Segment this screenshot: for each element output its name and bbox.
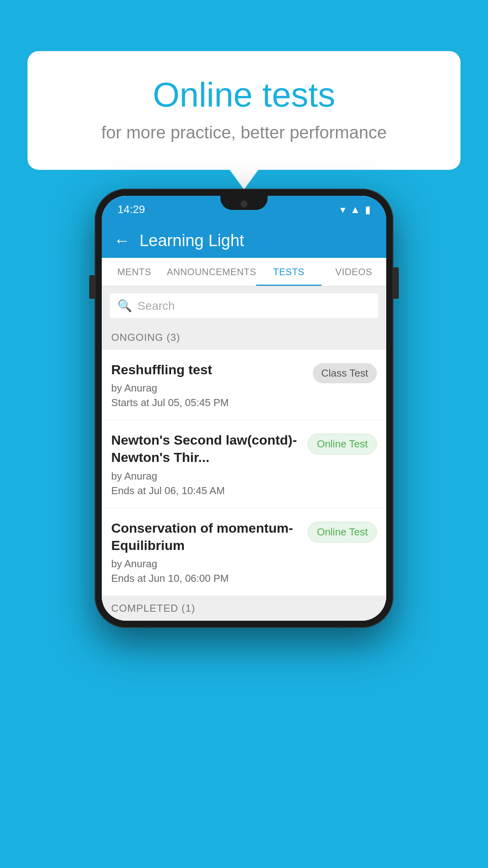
test-list: Reshuffling test by Anurag Starts at Jul… bbox=[102, 350, 386, 596]
ongoing-section-header: ONGOING (3) bbox=[102, 325, 386, 350]
status-bar: 14:29 ▾ ▲ ▮ bbox=[102, 196, 386, 223]
tab-announcements[interactable]: ANNOUNCEMENTS bbox=[167, 258, 256, 286]
tab-tests[interactable]: TESTS bbox=[256, 258, 321, 286]
bubble-subtitle: for more practice, better performance bbox=[59, 123, 429, 142]
speech-bubble-container: Online tests for more practice, better p… bbox=[28, 51, 460, 170]
completed-section-header: COMPLETED (1) bbox=[102, 596, 386, 621]
tab-ments[interactable]: MENTS bbox=[102, 258, 167, 286]
test-info-1: Reshuffling test by Anurag Starts at Jul… bbox=[111, 361, 313, 409]
test-badge-2: Online Test bbox=[308, 434, 377, 454]
test-author-2: by Anurag bbox=[111, 470, 300, 482]
phone-shell: 14:29 ▾ ▲ ▮ ← Learning Light MENTS ANNOU… bbox=[95, 189, 393, 628]
phone-wrapper: 14:29 ▾ ▲ ▮ ← Learning Light MENTS ANNOU… bbox=[95, 189, 393, 628]
app-title: Learning Light bbox=[139, 231, 244, 250]
signal-icon: ▲ bbox=[350, 204, 360, 216]
test-info-3: Conservation of momentum-Equilibrium by … bbox=[111, 519, 308, 585]
back-button[interactable]: ← bbox=[114, 231, 130, 250]
test-name-3: Conservation of momentum-Equilibrium bbox=[111, 519, 300, 554]
search-icon: 🔍 bbox=[117, 299, 132, 313]
test-time-3: Ends at Jun 10, 06:00 PM bbox=[111, 572, 300, 585]
search-placeholder: Search bbox=[138, 299, 175, 313]
status-icons: ▾ ▲ ▮ bbox=[340, 204, 371, 216]
test-name-1: Reshuffling test bbox=[111, 361, 305, 378]
wifi-icon: ▾ bbox=[340, 204, 345, 216]
test-author-3: by Anurag bbox=[111, 558, 300, 570]
tab-videos[interactable]: VIDEOS bbox=[321, 258, 386, 286]
test-badge-1: Class Test bbox=[313, 363, 377, 383]
test-info-2: Newton's Second law(contd)-Newton's Thir… bbox=[111, 431, 308, 497]
search-container: 🔍 Search bbox=[102, 286, 386, 325]
battery-icon: ▮ bbox=[365, 204, 371, 216]
status-time: 14:29 bbox=[117, 203, 145, 216]
app-header: ← Learning Light bbox=[102, 223, 386, 258]
camera-icon bbox=[240, 200, 248, 208]
test-item-2[interactable]: Newton's Second law(contd)-Newton's Thir… bbox=[102, 420, 386, 508]
test-badge-3: Online Test bbox=[308, 522, 377, 542]
phone-notch bbox=[220, 196, 268, 210]
bubble-title: Online tests bbox=[59, 75, 429, 115]
test-item-1[interactable]: Reshuffling test by Anurag Starts at Jul… bbox=[102, 350, 386, 420]
test-name-2: Newton's Second law(contd)-Newton's Thir… bbox=[111, 431, 300, 466]
test-time-2: Ends at Jul 06, 10:45 AM bbox=[111, 485, 300, 497]
tabs-bar: MENTS ANNOUNCEMENTS TESTS VIDEOS bbox=[102, 258, 386, 286]
phone-screen: 14:29 ▾ ▲ ▮ ← Learning Light MENTS ANNOU… bbox=[102, 196, 386, 621]
test-time-1: Starts at Jul 05, 05:45 PM bbox=[111, 397, 305, 409]
test-item-3[interactable]: Conservation of momentum-Equilibrium by … bbox=[102, 508, 386, 596]
speech-bubble: Online tests for more practice, better p… bbox=[28, 51, 460, 170]
search-bar[interactable]: 🔍 Search bbox=[110, 293, 378, 318]
test-author-1: by Anurag bbox=[111, 382, 305, 394]
